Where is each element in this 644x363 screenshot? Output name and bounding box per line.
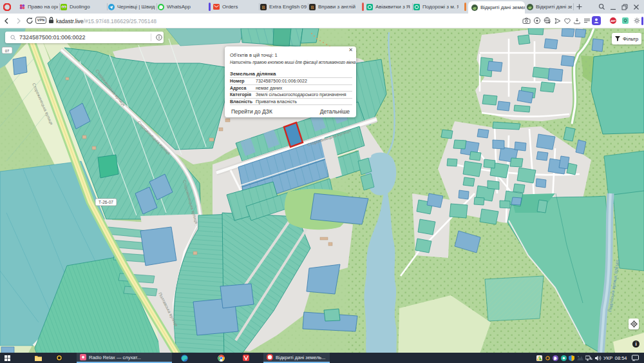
svg-text:07: 07 xyxy=(5,49,10,53)
svg-text:B: B xyxy=(262,5,265,9)
svg-text:B: B xyxy=(311,5,314,9)
svg-text:Т-26-07: Т-26-07 xyxy=(99,200,113,204)
svg-text:ABP: ABP xyxy=(611,20,616,23)
